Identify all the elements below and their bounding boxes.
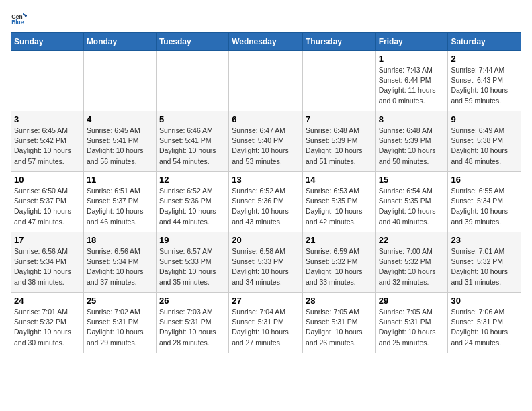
week-row-3: 10Sunrise: 6:50 AM Sunset: 5:37 PM Dayli… bbox=[11, 172, 521, 232]
day-number: 7 bbox=[306, 114, 373, 124]
header: Gen Blue bbox=[11, 11, 521, 27]
day-info: Sunrise: 6:54 AM Sunset: 5:35 PM Dayligh… bbox=[379, 186, 445, 227]
day-number: 28 bbox=[306, 295, 373, 306]
day-info: Sunrise: 6:56 AM Sunset: 5:34 PM Dayligh… bbox=[87, 246, 153, 287]
day-number: 13 bbox=[232, 175, 300, 185]
day-cell: 29Sunrise: 7:05 AM Sunset: 5:31 PM Dayli… bbox=[375, 293, 448, 353]
day-info: Sunrise: 6:45 AM Sunset: 5:41 PM Dayligh… bbox=[87, 126, 153, 167]
weekday-sunday: Sunday bbox=[11, 33, 84, 51]
day-number: 22 bbox=[379, 235, 445, 245]
svg-marker-3 bbox=[24, 14, 27, 17]
day-info: Sunrise: 7:03 AM Sunset: 5:31 PM Dayligh… bbox=[159, 307, 226, 348]
day-cell: 11Sunrise: 6:51 AM Sunset: 5:37 PM Dayli… bbox=[83, 172, 156, 232]
weekday-tuesday: Tuesday bbox=[156, 33, 228, 51]
day-info: Sunrise: 6:59 AM Sunset: 5:32 PM Dayligh… bbox=[306, 246, 373, 287]
day-number: 27 bbox=[232, 295, 300, 306]
day-number: 15 bbox=[379, 175, 445, 185]
day-number: 21 bbox=[306, 235, 373, 245]
day-number: 8 bbox=[379, 114, 445, 124]
day-cell: 1Sunrise: 7:43 AM Sunset: 6:44 PM Daylig… bbox=[375, 51, 448, 111]
day-number: 26 bbox=[159, 295, 226, 306]
day-cell: 7Sunrise: 6:48 AM Sunset: 5:39 PM Daylig… bbox=[302, 111, 375, 172]
week-row-1: 1Sunrise: 7:43 AM Sunset: 6:44 PM Daylig… bbox=[11, 51, 521, 111]
day-cell: 13Sunrise: 6:52 AM Sunset: 5:36 PM Dayli… bbox=[229, 172, 303, 232]
day-info: Sunrise: 6:50 AM Sunset: 5:37 PM Dayligh… bbox=[14, 186, 81, 227]
day-info: Sunrise: 6:52 AM Sunset: 5:36 PM Dayligh… bbox=[159, 186, 226, 227]
day-number: 30 bbox=[451, 295, 518, 306]
day-number: 24 bbox=[14, 295, 81, 306]
weekday-row: SundayMondayTuesdayWednesdayThursdayFrid… bbox=[11, 33, 521, 51]
day-cell: 10Sunrise: 6:50 AM Sunset: 5:37 PM Dayli… bbox=[11, 172, 84, 232]
day-cell: 23Sunrise: 7:01 AM Sunset: 5:32 PM Dayli… bbox=[448, 232, 521, 293]
day-cell: 2Sunrise: 7:44 AM Sunset: 6:43 PM Daylig… bbox=[448, 51, 521, 111]
day-number: 6 bbox=[232, 114, 300, 124]
day-info: Sunrise: 6:47 AM Sunset: 5:40 PM Dayligh… bbox=[232, 126, 300, 167]
day-number: 4 bbox=[87, 114, 153, 124]
day-info: Sunrise: 6:45 AM Sunset: 5:42 PM Dayligh… bbox=[14, 126, 81, 167]
day-number: 20 bbox=[232, 235, 300, 245]
day-info: Sunrise: 7:06 AM Sunset: 5:31 PM Dayligh… bbox=[451, 307, 518, 348]
day-info: Sunrise: 7:00 AM Sunset: 5:32 PM Dayligh… bbox=[379, 246, 445, 287]
day-info: Sunrise: 6:57 AM Sunset: 5:33 PM Dayligh… bbox=[159, 246, 226, 287]
day-cell: 17Sunrise: 6:56 AM Sunset: 5:34 PM Dayli… bbox=[11, 232, 84, 293]
day-cell: 6Sunrise: 6:47 AM Sunset: 5:40 PM Daylig… bbox=[229, 111, 303, 172]
day-info: Sunrise: 6:58 AM Sunset: 5:33 PM Dayligh… bbox=[232, 246, 300, 287]
day-cell: 19Sunrise: 6:57 AM Sunset: 5:33 PM Dayli… bbox=[156, 232, 228, 293]
day-cell: 4Sunrise: 6:45 AM Sunset: 5:41 PM Daylig… bbox=[83, 111, 156, 172]
day-cell: 28Sunrise: 7:05 AM Sunset: 5:31 PM Dayli… bbox=[302, 293, 375, 353]
day-info: Sunrise: 6:48 AM Sunset: 5:39 PM Dayligh… bbox=[379, 126, 445, 167]
calendar-header: SundayMondayTuesdayWednesdayThursdayFrid… bbox=[11, 33, 521, 51]
day-cell: 8Sunrise: 6:48 AM Sunset: 5:39 PM Daylig… bbox=[375, 111, 448, 172]
day-number: 9 bbox=[451, 114, 518, 124]
day-number: 17 bbox=[14, 235, 81, 245]
day-cell: 21Sunrise: 6:59 AM Sunset: 5:32 PM Dayli… bbox=[302, 232, 375, 293]
day-cell: 16Sunrise: 6:55 AM Sunset: 5:34 PM Dayli… bbox=[448, 172, 521, 232]
day-cell: 5Sunrise: 6:46 AM Sunset: 5:41 PM Daylig… bbox=[156, 111, 228, 172]
day-number: 3 bbox=[14, 114, 81, 124]
day-cell: 25Sunrise: 7:02 AM Sunset: 5:31 PM Dayli… bbox=[83, 293, 156, 353]
day-cell bbox=[11, 51, 84, 111]
day-cell: 22Sunrise: 7:00 AM Sunset: 5:32 PM Dayli… bbox=[375, 232, 448, 293]
day-number: 1 bbox=[379, 54, 445, 64]
day-number: 11 bbox=[87, 175, 153, 185]
day-info: Sunrise: 6:56 AM Sunset: 5:34 PM Dayligh… bbox=[14, 246, 81, 287]
day-info: Sunrise: 7:05 AM Sunset: 5:31 PM Dayligh… bbox=[306, 307, 373, 348]
weekday-saturday: Saturday bbox=[448, 33, 521, 51]
day-info: Sunrise: 7:02 AM Sunset: 5:31 PM Dayligh… bbox=[87, 307, 153, 348]
day-cell: 3Sunrise: 6:45 AM Sunset: 5:42 PM Daylig… bbox=[11, 111, 84, 172]
day-number: 14 bbox=[306, 175, 373, 185]
svg-text:Blue: Blue bbox=[11, 19, 24, 26]
week-row-4: 17Sunrise: 6:56 AM Sunset: 5:34 PM Dayli… bbox=[11, 232, 521, 293]
day-info: Sunrise: 6:55 AM Sunset: 5:34 PM Dayligh… bbox=[451, 186, 518, 227]
day-info: Sunrise: 7:43 AM Sunset: 6:44 PM Dayligh… bbox=[379, 65, 445, 106]
day-info: Sunrise: 6:48 AM Sunset: 5:39 PM Dayligh… bbox=[306, 126, 373, 167]
day-number: 12 bbox=[159, 175, 226, 185]
day-cell: 24Sunrise: 7:01 AM Sunset: 5:32 PM Dayli… bbox=[11, 293, 84, 353]
day-cell: 12Sunrise: 6:52 AM Sunset: 5:36 PM Dayli… bbox=[156, 172, 228, 232]
week-row-5: 24Sunrise: 7:01 AM Sunset: 5:32 PM Dayli… bbox=[11, 293, 521, 353]
day-info: Sunrise: 6:46 AM Sunset: 5:41 PM Dayligh… bbox=[159, 126, 226, 167]
day-cell: 30Sunrise: 7:06 AM Sunset: 5:31 PM Dayli… bbox=[448, 293, 521, 353]
day-info: Sunrise: 7:04 AM Sunset: 5:31 PM Dayligh… bbox=[232, 307, 300, 348]
day-number: 18 bbox=[87, 235, 153, 245]
calendar-body: 1Sunrise: 7:43 AM Sunset: 6:44 PM Daylig… bbox=[11, 51, 521, 353]
calendar-table: SundayMondayTuesdayWednesdayThursdayFrid… bbox=[11, 32, 521, 353]
day-cell: 20Sunrise: 6:58 AM Sunset: 5:33 PM Dayli… bbox=[229, 232, 303, 293]
weekday-thursday: Thursday bbox=[302, 33, 375, 51]
day-cell: 18Sunrise: 6:56 AM Sunset: 5:34 PM Dayli… bbox=[83, 232, 156, 293]
day-cell: 15Sunrise: 6:54 AM Sunset: 5:35 PM Dayli… bbox=[375, 172, 448, 232]
day-info: Sunrise: 6:52 AM Sunset: 5:36 PM Dayligh… bbox=[232, 186, 300, 227]
weekday-monday: Monday bbox=[83, 33, 156, 51]
logo-icon: Gen Blue bbox=[11, 11, 27, 27]
day-info: Sunrise: 6:53 AM Sunset: 5:35 PM Dayligh… bbox=[306, 186, 373, 227]
day-number: 16 bbox=[451, 175, 518, 185]
day-cell: 14Sunrise: 6:53 AM Sunset: 5:35 PM Dayli… bbox=[302, 172, 375, 232]
day-number: 5 bbox=[159, 114, 226, 124]
day-info: Sunrise: 7:01 AM Sunset: 5:32 PM Dayligh… bbox=[14, 307, 81, 348]
day-cell: 27Sunrise: 7:04 AM Sunset: 5:31 PM Dayli… bbox=[229, 293, 303, 353]
day-info: Sunrise: 7:05 AM Sunset: 5:31 PM Dayligh… bbox=[379, 307, 445, 348]
week-row-2: 3Sunrise: 6:45 AM Sunset: 5:42 PM Daylig… bbox=[11, 111, 521, 172]
weekday-friday: Friday bbox=[375, 33, 448, 51]
day-number: 23 bbox=[451, 235, 518, 245]
day-number: 25 bbox=[87, 295, 153, 306]
